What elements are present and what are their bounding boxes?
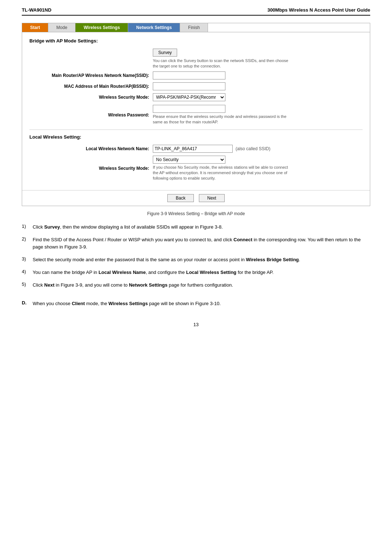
back-button[interactable]: Back — [167, 194, 194, 202]
mac-address-row: MAC Address of Main Router/AP(BSSID): — [29, 82, 363, 90]
page-number: 13 — [22, 322, 370, 327]
local-security-mode-control: No Security If you choose No Security mo… — [153, 156, 363, 181]
panel-body: Bridge with AP Mode Settings: Survey You… — [22, 32, 370, 190]
list-content-3: Select the security mode and enter the p… — [33, 256, 370, 264]
tab-mode[interactable]: Mode — [48, 23, 75, 32]
header-title: 300Mbps Wireless N Access Point User Gui… — [268, 7, 370, 13]
section-divider — [29, 130, 363, 130]
no-security-hint: If you choose No Security mode, the wire… — [153, 165, 291, 181]
section-d: D. When you choose Client mode, the Wire… — [22, 300, 370, 308]
local-network-name-row: Local Wireless Network Name: (also calle… — [29, 145, 363, 153]
list-item-1: 1) Click Survey, then the window display… — [22, 223, 370, 231]
wizard-tabs: Start Mode Wireless Settings Network Set… — [22, 23, 370, 32]
instructions-section: 1) Click Survey, then the window display… — [22, 223, 370, 289]
wireless-password-control: Please ensure that the wireless security… — [153, 105, 363, 125]
mac-address-label: MAC Address of Main Router/AP(BSSID): — [29, 84, 153, 89]
next-button[interactable]: Next — [199, 194, 225, 202]
list-content-4: You can name the bridge AP in Local Wire… — [33, 269, 370, 276]
tab-network-settings[interactable]: Network Settings — [128, 23, 180, 32]
local-network-name-label: Local Wireless Network Name: — [29, 146, 153, 151]
mac-address-input[interactable] — [153, 82, 225, 90]
main-router-ssid-control — [153, 71, 363, 79]
tab-wireless-settings[interactable]: Wireless Settings — [75, 23, 128, 32]
local-security-mode-select[interactable]: No Security — [153, 156, 225, 164]
wireless-password-label: Wireless Password: — [29, 112, 153, 118]
tab-finish[interactable]: Finish — [180, 23, 208, 32]
main-router-ssid-label: Main Router/AP Wireless Network Name(SSI… — [29, 73, 153, 78]
survey-hint: You can click the Survey button to scan … — [153, 58, 291, 69]
local-network-name-input[interactable] — [153, 145, 233, 153]
list-item-5: 5) Click Next in Figure 3-9, and you wil… — [22, 282, 370, 289]
local-section-heading: Local Wireless Setting: — [29, 134, 363, 140]
list-item-3: 3) Select the security mode and enter th… — [22, 256, 370, 264]
list-num-5: 5) — [22, 282, 33, 287]
list-item-2: 2) Find the SSID of the Access Point / R… — [22, 236, 370, 251]
section-d-content: When you choose Client mode, the Wireles… — [33, 300, 370, 308]
tab-start[interactable]: Start — [22, 23, 48, 32]
ssid-hint-label: (also called SSID) — [236, 146, 270, 151]
local-network-name-control: (also called SSID) — [153, 145, 363, 153]
list-num-1: 1) — [22, 223, 33, 229]
wireless-password-hint: Please ensure that the wireless security… — [153, 114, 291, 125]
local-security-mode-row: Wireless Security Mode: No Security If y… — [29, 156, 363, 181]
main-router-ssid-row: Main Router/AP Wireless Network Name(SSI… — [29, 71, 363, 79]
bridge-section-heading: Bridge with AP Mode Settings: — [29, 38, 363, 44]
list-num-3: 3) — [22, 256, 33, 262]
bridge-security-mode-select[interactable]: WPA-PSK/WPA2-PSK(Recomr — [153, 93, 225, 101]
bridge-security-mode-row: Wireless Security Mode: WPA-PSK/WPA2-PSK… — [29, 93, 363, 101]
main-router-ssid-input[interactable] — [153, 71, 225, 79]
bridge-security-mode-control: WPA-PSK/WPA2-PSK(Recomr — [153, 93, 363, 101]
survey-button[interactable]: Survey — [153, 49, 177, 57]
local-security-mode-label: Wireless Security Mode: — [29, 166, 153, 171]
header-model: TL-WA901ND — [22, 7, 52, 13]
section-d-letter: D. — [22, 300, 33, 305]
wireless-password-row: Wireless Password: Please ensure that th… — [29, 105, 363, 125]
panel-footer: Back Next — [22, 190, 370, 206]
list-num-2: 2) — [22, 236, 33, 242]
survey-control-area: Survey You can click the Survey button t… — [153, 49, 363, 69]
list-content-1: Click Survey, then the window displaying… — [33, 223, 370, 231]
list-item-4: 4) You can name the bridge AP in Local W… — [22, 269, 370, 276]
list-num-4: 4) — [22, 269, 33, 274]
bridge-security-mode-label: Wireless Security Mode: — [29, 95, 153, 100]
figure-caption: Figure 3-9 Wireless Setting – Bridge wit… — [22, 211, 370, 216]
wizard-panel: Start Mode Wireless Settings Network Set… — [22, 23, 370, 206]
list-content-2: Find the SSID of the Access Point / Rout… — [33, 236, 370, 251]
wireless-password-input[interactable] — [153, 105, 225, 113]
survey-row: Survey You can click the Survey button t… — [29, 49, 363, 69]
list-content-5: Click Next in Figure 3-9, and you will c… — [33, 282, 370, 289]
mac-address-control — [153, 82, 363, 90]
page-header: TL-WA901ND 300Mbps Wireless N Access Poi… — [22, 7, 370, 16]
